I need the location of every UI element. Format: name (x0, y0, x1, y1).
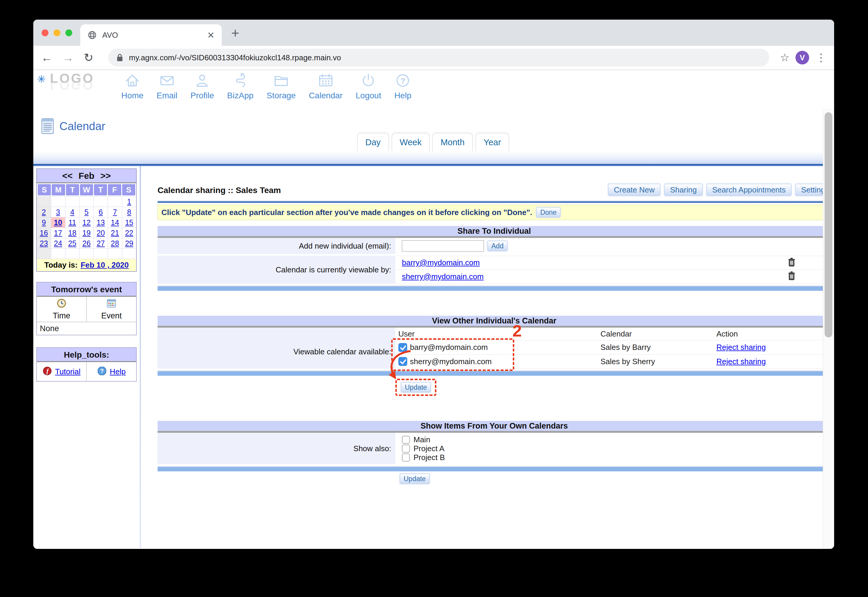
calendar-day-link[interactable]: 18 (68, 229, 76, 237)
nav-item-home[interactable]: Home (121, 72, 144, 100)
checkbox-unchecked[interactable] (402, 436, 410, 444)
calendar-day-link[interactable]: 14 (111, 218, 119, 227)
tab-close-icon[interactable]: ✕ (207, 30, 214, 40)
new-tab-button[interactable]: + (231, 25, 239, 41)
create-new-button[interactable]: Create New (608, 184, 660, 196)
nav-item-help[interactable]: ?Help (394, 72, 411, 100)
calendar-day-link[interactable]: 21 (111, 229, 119, 237)
calendar-day-link[interactable]: 4 (70, 208, 74, 217)
sharing-button[interactable]: Sharing (664, 184, 703, 196)
calendar-day-link[interactable]: 20 (97, 229, 105, 237)
forward-icon[interactable]: → (63, 51, 74, 64)
user-email: barry@mydomain.com (410, 343, 488, 352)
browser-tab[interactable]: AVO ✕ (80, 24, 222, 46)
calendar-day-link[interactable]: 16 (40, 229, 48, 237)
address-bar[interactable]: my.agnx.com/-/vo/SID600313304fokiuzokcl1… (108, 49, 769, 67)
viewable-email-row: barry@mydomain.com (395, 256, 831, 270)
calendar-day-empty (108, 197, 122, 207)
nav-label: Home (121, 91, 144, 100)
nav-item-calendar[interactable]: Calendar (309, 72, 343, 100)
calendar-day-link[interactable]: 24 (54, 239, 62, 248)
mini-calendar-header: << Feb >> (37, 169, 136, 183)
clock-icon (57, 298, 67, 310)
tutorial-link[interactable]: Tutorial (55, 367, 80, 376)
view-tab-month[interactable]: Month (433, 133, 473, 151)
update-button-show-section[interactable]: Update (400, 474, 430, 484)
calendar-day-link[interactable]: 13 (97, 218, 105, 227)
view-tab-day[interactable]: Day (357, 133, 389, 151)
bookmark-star-icon[interactable]: ☆ (780, 51, 789, 64)
calendar-day-link[interactable]: 19 (82, 229, 91, 237)
calendar-day-link[interactable]: 8 (127, 208, 131, 217)
calendar-day-link[interactable]: 12 (82, 218, 91, 227)
calendar-day-link[interactable]: 3 (56, 208, 60, 217)
calendar-view-tabs: DayWeekMonthYear (357, 133, 512, 151)
calendar-day-link[interactable]: 23 (40, 239, 48, 248)
page-body: ✳ LOGO LOGO HomeEmailProfileBizAppStorag… (33, 70, 834, 549)
checkbox-checked[interactable] (398, 343, 407, 352)
add-email-input[interactable] (402, 240, 484, 252)
reject-sharing-link[interactable]: Reject sharing (716, 357, 766, 366)
next-month-button[interactable]: >> (100, 171, 111, 181)
reload-icon[interactable]: ↻ (84, 51, 93, 64)
calendar-day-link[interactable]: 25 (68, 239, 76, 248)
nav-item-logout[interactable]: Logout (356, 72, 381, 100)
nav-item-profile[interactable]: Profile (191, 72, 214, 100)
calendar-day-link[interactable]: 17 (54, 229, 62, 237)
calendar-day-empty (80, 197, 94, 207)
tomorrow-event-box: Tomorrow's event Time (36, 282, 137, 335)
calendar-day-link[interactable]: 9 (42, 218, 46, 227)
calendar-day-link[interactable]: 28 (111, 239, 119, 248)
done-button[interactable]: Done (536, 207, 560, 217)
calendar-day-link[interactable]: 11 (68, 218, 76, 227)
today-date-link[interactable]: Feb 10 , 2020 (80, 260, 129, 270)
help-cell: ? Help (87, 362, 136, 381)
add-button[interactable]: Add (487, 241, 508, 251)
viewable-email-link[interactable]: barry@mydomain.com (402, 258, 480, 267)
calendar-day: 11 (66, 217, 79, 227)
viewable-by-row: Calendar is currently viewable by: barry… (158, 256, 831, 284)
prev-month-button[interactable]: << (62, 171, 73, 181)
action-cell: Reject sharing (716, 357, 831, 366)
view-table-rows: 2 barry@mydomain.comSales by BarryReject… (395, 340, 831, 368)
calendar-day-link[interactable]: 29 (125, 239, 134, 248)
tomorrow-event-columns: Time Event (37, 297, 136, 322)
section-end-band (158, 370, 831, 376)
tutorial-flash-icon: f (43, 366, 52, 377)
nav-item-storage[interactable]: Storage (267, 72, 296, 100)
close-window-button[interactable] (42, 30, 48, 36)
back-icon[interactable]: ← (41, 51, 52, 64)
browser-menu-icon[interactable]: ⋮ (816, 51, 826, 64)
zoom-window-button[interactable] (66, 30, 72, 36)
help-link[interactable]: Help (110, 367, 125, 376)
time-label: Time (53, 311, 70, 321)
calendar-day-link[interactable]: 6 (99, 208, 103, 217)
update-button-view-section[interactable]: Update (401, 382, 431, 392)
scrollbar-thumb[interactable] (825, 112, 832, 337)
minimize-window-button[interactable] (54, 30, 60, 36)
checkbox-unchecked[interactable] (402, 445, 410, 453)
nav-item-email[interactable]: Email (157, 72, 177, 100)
nav-item-bizapp[interactable]: BizApp (227, 72, 253, 100)
calendar-day-link[interactable]: 7 (113, 208, 117, 217)
delete-icon[interactable] (787, 257, 797, 269)
calendar-day-link[interactable]: 22 (125, 229, 134, 237)
calendar-day-link[interactable]: 15 (125, 218, 134, 227)
calendar-day-link[interactable]: 10 (54, 218, 62, 227)
viewable-email-link[interactable]: sherry@mydomain.com (402, 272, 484, 281)
today-label: Today is: (44, 260, 77, 270)
calendar-day-link[interactable]: 2 (42, 208, 46, 217)
calendar-day-link[interactable]: 27 (97, 239, 105, 248)
profile-avatar[interactable]: V (795, 51, 809, 64)
search-appointments-button[interactable]: Search Appointments (707, 184, 791, 196)
view-tab-week[interactable]: Week (392, 133, 430, 151)
delete-icon[interactable] (787, 270, 797, 282)
calendar-day-link[interactable]: 5 (85, 208, 89, 217)
view-tab-year[interactable]: Year (476, 133, 509, 151)
calendar-day-link[interactable]: 26 (82, 239, 91, 248)
checkbox-checked[interactable] (398, 357, 407, 366)
calendar-day-link[interactable]: 1 (127, 198, 131, 206)
reject-sharing-link[interactable]: Reject sharing (716, 343, 766, 352)
section-end-band (158, 466, 831, 471)
checkbox-unchecked[interactable] (402, 453, 410, 462)
